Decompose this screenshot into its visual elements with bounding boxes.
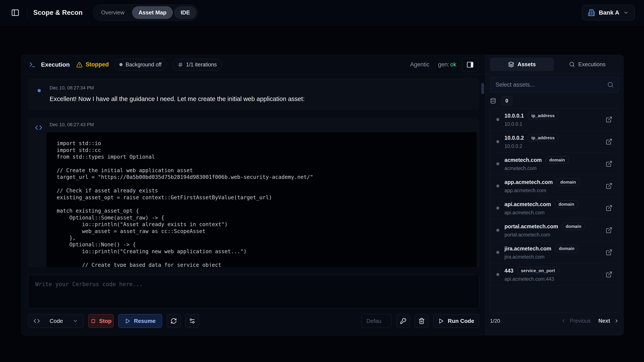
open-asset-button[interactable] [606, 249, 612, 256]
stop-button[interactable]: Stop [88, 314, 114, 328]
delete-button[interactable] [415, 314, 428, 328]
asset-dot-icon [496, 162, 499, 165]
asset-dot-icon [496, 207, 499, 210]
status-dot-icon [119, 63, 122, 66]
next-page-label: Next [598, 318, 610, 324]
stop-square-icon [90, 318, 96, 324]
tab-executions[interactable]: Executions [556, 58, 619, 71]
asset-name: jira.acmetech.com [504, 246, 551, 252]
run-code-button[interactable]: Run Code [433, 314, 479, 328]
trash-icon [418, 318, 425, 324]
open-asset-button[interactable] [606, 116, 612, 123]
log-scrollbar-thumb[interactable] [481, 83, 484, 94]
asset-name: app.acmetech.com [504, 179, 553, 185]
asset-list-item[interactable]: 10.0.0.1 ip_address 10.0.0.1 [490, 109, 619, 131]
asset-type-badge: ip_address [528, 134, 558, 141]
tab-overview[interactable]: Overview [95, 6, 131, 19]
refresh-icon [170, 318, 177, 324]
hash-icon [178, 62, 183, 68]
main-card: Execution Stopped Background off 1/1 ite… [22, 55, 624, 335]
asset-name: acmetech.com [504, 157, 542, 163]
asset-type-badge: domain [557, 178, 580, 186]
open-asset-button[interactable] [606, 160, 612, 167]
asset-value: acmetech.com [504, 165, 569, 171]
previous-page-button[interactable]: Previous [561, 318, 591, 324]
asset-value: portal.acmetech.com [504, 232, 585, 238]
sidebar-toggle-button[interactable] [10, 7, 21, 19]
asset-value: api.acmetech.com [504, 210, 578, 216]
asset-list-item[interactable]: 443 service_on_port api.acmetech.com:443 [490, 264, 619, 286]
resume-button[interactable]: Resume [118, 314, 162, 328]
asset-list-item[interactable]: app.acmetech.com domain app.acmetech.com [490, 175, 619, 197]
execution-status-label: Stopped [86, 61, 109, 68]
entry-timestamp: Dec 10, 08:27:43 PM [50, 121, 478, 127]
external-link-icon [606, 160, 612, 167]
chevron-right-icon [614, 318, 619, 323]
background-badge-label: Background off [126, 62, 162, 68]
execution-title: Execution [41, 61, 70, 68]
iterations-badge[interactable]: 1/1 iterations [172, 59, 222, 71]
panel-toggle-button[interactable] [462, 58, 478, 72]
asset-list-item[interactable]: api.acmetech.com domain api.acmetech.com [490, 197, 619, 219]
asset-count-row: 0 [490, 96, 619, 105]
mode-select[interactable]: Code [28, 314, 84, 328]
background-badge[interactable]: Background off [114, 59, 167, 71]
app-header: Scope & Recon Overview Asset Map IDE Ban… [0, 0, 644, 25]
code-input[interactable] [28, 275, 479, 308]
code-block: import std::io import std::cc from std::… [46, 132, 476, 267]
panel-right-icon [466, 61, 474, 69]
code-icon [35, 124, 42, 131]
tab-assets[interactable]: Assets [490, 58, 554, 71]
page-indicator: 1/20 [490, 318, 500, 324]
tab-asset-map[interactable]: Asset Map [132, 6, 173, 19]
play-icon [438, 318, 444, 324]
asset-dot-icon [496, 140, 499, 143]
org-selector-button[interactable]: Bank A [582, 5, 634, 21]
entry-dot-icon [38, 89, 41, 92]
asset-list-item[interactable]: jira.acmetech.com domain jira.acmetech.c… [490, 241, 619, 264]
tab-assets-label: Assets [518, 61, 536, 68]
execution-log[interactable]: Dec 10, 08:27:34 PM Excellent! Now I hav… [22, 74, 486, 267]
selected-count-badge[interactable]: 0 [501, 96, 512, 105]
log-entry-code: Dec 10, 08:27:43 PM import std::io impor… [28, 118, 479, 267]
asset-list-item[interactable]: acmetech.com domain acmetech.com [490, 153, 619, 175]
execution-toolbar: Code Stop Resume [28, 314, 479, 328]
search-icon [569, 62, 575, 67]
open-asset-button[interactable] [606, 205, 612, 212]
external-link-icon [606, 116, 612, 123]
chevron-down-icon [72, 318, 78, 324]
header-divider [27, 7, 27, 18]
org-label: Bank A [599, 9, 619, 16]
external-link-icon [606, 249, 612, 256]
asset-dot-icon [496, 185, 499, 188]
asset-value: 10.0.0.1 [504, 121, 558, 127]
asset-list: 10.0.0.1 ip_address 10.0.0.1 10.0.0.2 ip… [490, 108, 619, 313]
tab-ide[interactable]: IDE [174, 6, 196, 19]
log-entry-message: Dec 10, 08:27:34 PM Excellent! Now I hav… [28, 78, 479, 110]
execution-header: Execution Stopped Background off 1/1 ite… [22, 55, 486, 74]
credentials-button[interactable] [396, 314, 410, 328]
mode-select-label: Code [50, 318, 63, 324]
asset-type-badge: domain [555, 201, 578, 208]
profile-input[interactable] [362, 314, 392, 328]
open-asset-button[interactable] [606, 138, 612, 145]
settings-button[interactable] [185, 314, 199, 328]
asset-dot-icon [496, 229, 499, 232]
open-asset-button[interactable] [606, 227, 612, 234]
terminal-icon [29, 61, 36, 68]
entry-timestamp: Dec 10, 08:27:34 PM [50, 85, 94, 91]
asset-dot-icon [496, 273, 499, 276]
asset-name: 10.0.0.2 [504, 135, 524, 141]
asset-dot-icon [496, 251, 499, 254]
run-code-label: Run Code [448, 318, 474, 324]
open-asset-button[interactable] [606, 271, 612, 278]
chevron-left-icon [561, 318, 566, 323]
asset-search-input[interactable] [496, 81, 604, 88]
asset-list-item[interactable]: portal.acmetech.com domain portal.acmete… [490, 219, 619, 241]
next-page-button[interactable]: Next [598, 318, 619, 324]
refresh-button[interactable] [167, 314, 180, 328]
chevron-down-icon [623, 10, 629, 16]
asset-list-item[interactable]: 10.0.0.2 ip_address 10.0.0.2 [490, 131, 619, 153]
asset-value: api.acmetech.com:443 [504, 276, 558, 282]
open-asset-button[interactable] [606, 183, 612, 189]
